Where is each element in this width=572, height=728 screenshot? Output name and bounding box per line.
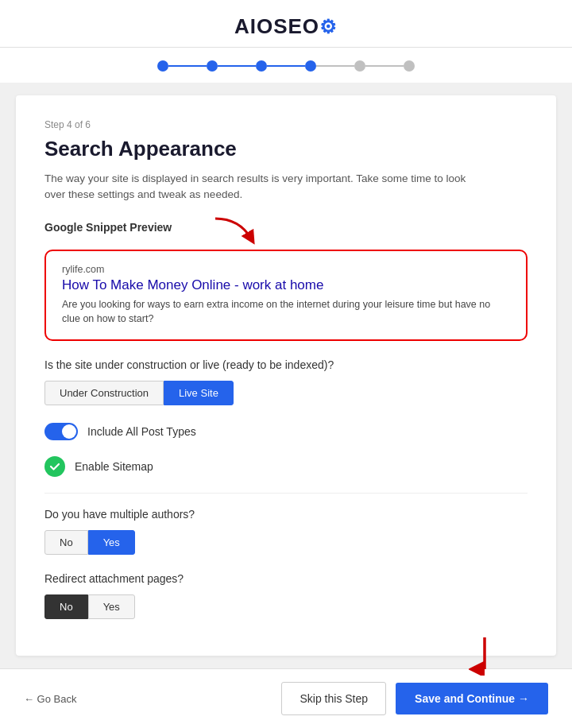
- include-post-types-label: Include All Post Types: [87, 425, 196, 438]
- step-line-2: [218, 65, 256, 67]
- redirect-yes-button[interactable]: Yes: [88, 594, 135, 619]
- red-down-arrow-icon: [469, 636, 500, 676]
- redirect-btn-group: No Yes: [44, 594, 528, 619]
- step-dot-5: [354, 60, 365, 72]
- include-post-types-toggle[interactable]: [44, 423, 78, 440]
- snippet-description: Are you looking for ways to earn extra i…: [62, 297, 510, 327]
- snippet-preview-box: rylife.com How To Make Money Online - wo…: [44, 250, 528, 342]
- logo-icon: ⚙: [319, 16, 338, 38]
- authors-no-button[interactable]: No: [44, 530, 88, 555]
- enable-sitemap-label: Enable Sitemap: [75, 460, 153, 473]
- authors-yes-button[interactable]: Yes: [88, 530, 135, 555]
- step-line-4: [316, 65, 354, 67]
- step-label: Step 4 of 6: [44, 119, 528, 130]
- step-line-5: [365, 65, 404, 67]
- step-line-3: [267, 65, 305, 67]
- step-dot-2: [207, 60, 218, 72]
- go-back-link[interactable]: ← Go Back: [24, 693, 76, 705]
- sitemap-check-icon[interactable]: [44, 456, 65, 477]
- include-post-types-row: Include All Post Types: [44, 423, 528, 440]
- construction-question: Is the site under construction or live (…: [44, 358, 528, 371]
- logo: AIOSEO⚙: [0, 14, 572, 39]
- authors-btn-group: No Yes: [44, 530, 528, 555]
- snippet-title: How To Make Money Online - work at home: [62, 277, 510, 293]
- footer-right: Skip this Step Save and Continue →: [281, 682, 548, 715]
- authors-question: Do you have multiple authors?: [44, 508, 528, 521]
- step-line-1: [168, 65, 207, 67]
- page-title: Search Appearance: [44, 137, 528, 161]
- redirect-no-button[interactable]: No: [44, 594, 88, 619]
- step-dot-4: [305, 60, 316, 72]
- construction-btn-group: Under Construction Live Site: [44, 381, 528, 405]
- step-dot-3: [256, 60, 267, 72]
- red-arrow-icon: [211, 215, 259, 246]
- page-description: The way your site is displayed in search…: [44, 171, 473, 203]
- step-dot-1: [157, 60, 168, 72]
- save-continue-button[interactable]: Save and Continue →: [396, 683, 548, 714]
- checkmark-icon: [49, 461, 60, 472]
- logo-text: AIOSEO: [234, 14, 319, 38]
- divider: [44, 493, 528, 494]
- snippet-label: Google Snippet Preview: [44, 221, 172, 234]
- enable-sitemap-row: Enable Sitemap: [44, 456, 528, 477]
- footer-bar: ← Go Back Skip this Step Save and Contin…: [0, 668, 572, 728]
- under-construction-button[interactable]: Under Construction: [44, 381, 164, 405]
- step-dot-6: [404, 60, 415, 72]
- skip-button[interactable]: Skip this Step: [281, 682, 386, 715]
- live-site-button[interactable]: Live Site: [164, 381, 234, 405]
- snippet-url: rylife.com: [62, 264, 510, 275]
- header: AIOSEO⚙: [0, 0, 572, 48]
- redirect-question: Redirect attachment pages?: [44, 572, 528, 585]
- progress-bar: [0, 48, 572, 83]
- main-card: Step 4 of 6 Search Appearance The way yo…: [16, 95, 556, 656]
